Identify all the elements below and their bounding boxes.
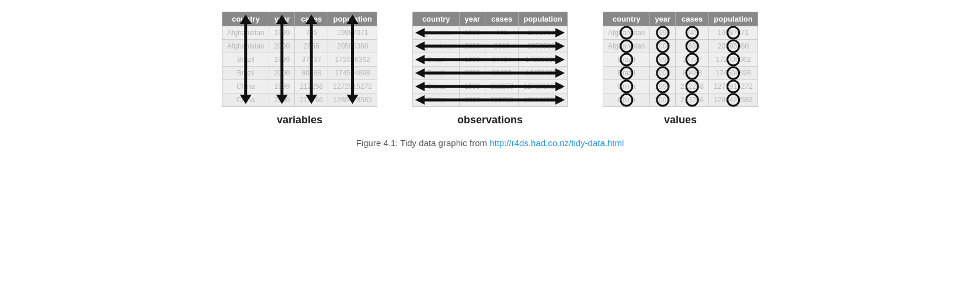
table-cell: 1999	[460, 80, 485, 93]
table-row: Afghanistan199974519987071	[223, 26, 377, 40]
table-cell: 745	[676, 26, 709, 40]
table-cell: 37737	[295, 53, 328, 67]
table-cell: 2666	[485, 40, 519, 53]
col-header-year: year	[269, 12, 295, 26]
table-cell: 1999	[650, 26, 676, 40]
table-cell: 172006362	[519, 53, 568, 67]
table-cell: 2000	[269, 40, 295, 53]
observations-wrapper: country year cases population Afghanista…	[412, 12, 568, 107]
table-cell: China	[413, 93, 460, 107]
table-cell: 212258	[485, 80, 519, 93]
table-cell: China	[603, 93, 649, 107]
table-row: Afghanistan199974519987071	[413, 26, 568, 40]
variables-label: variables	[277, 114, 322, 126]
main-content: country year cases population Afghanista…	[12, 12, 968, 126]
col-header-population3: population	[709, 12, 758, 26]
table-cell: 1272915272	[709, 80, 758, 93]
values-diagram: country year cases population Afghanista…	[603, 12, 758, 126]
table-cell: 2666	[295, 40, 328, 53]
table-cell: 172006362	[328, 53, 377, 67]
table-cell: 2000	[460, 93, 485, 107]
table-cell: 1280428583	[709, 93, 758, 107]
table-cell: Brazil	[603, 53, 649, 67]
col-header-country2: country	[413, 12, 460, 26]
table-cell: Afghanistan	[413, 40, 460, 53]
table-cell: Afghanistan	[413, 26, 460, 40]
table-cell: Brazil	[413, 53, 460, 67]
variables-wrapper: country year cases population Afghanista…	[222, 12, 377, 107]
table-cell: Brazil	[413, 67, 460, 80]
table-cell: Afghanistan	[223, 40, 269, 53]
table-cell: 1999	[460, 26, 485, 40]
table-cell: 80488	[485, 67, 519, 80]
table-cell: 745	[295, 26, 328, 40]
table-cell: 1272915272	[328, 80, 377, 93]
table-cell: 2000	[650, 40, 676, 53]
table-cell: 2000	[460, 40, 485, 53]
table-row: Afghanistan2000266620595360	[223, 40, 377, 53]
values-wrapper: country year cases population Afghanista…	[603, 12, 758, 107]
table-cell: 1272915272	[519, 80, 568, 93]
col-header-year3: year	[650, 12, 676, 26]
table-cell: 213766	[295, 93, 328, 107]
table-row: Brazil199937737172006362	[413, 53, 568, 67]
col-header-country: country	[223, 12, 269, 26]
table-row: Afghanistan2000266620595360	[603, 40, 757, 53]
table-row: Brazil200080488174504898	[603, 67, 757, 80]
table-cell: Afghanistan	[603, 40, 649, 53]
table-cell: 1999	[269, 80, 295, 93]
variables-table: country year cases population Afghanista…	[222, 12, 377, 107]
table-cell: 2000	[650, 67, 676, 80]
table-cell: 1999	[650, 80, 676, 93]
col-header-cases: cases	[295, 12, 328, 26]
table-cell: China	[223, 80, 269, 93]
col-header-cases2: cases	[485, 12, 519, 26]
table-cell: 2000	[650, 93, 676, 107]
table-cell: 213766	[485, 93, 519, 107]
table-row: Afghanistan199974519987071	[603, 26, 757, 40]
table-cell: 212258	[295, 80, 328, 93]
table-cell: 20595360	[328, 40, 377, 53]
table-cell: 37737	[676, 53, 709, 67]
table-row: China20002137661280428583	[223, 93, 377, 107]
table-cell: 212258	[676, 80, 709, 93]
caption-link[interactable]: http://r4ds.had.co.nz/tidy-data.html	[489, 138, 624, 148]
table-row: Brazil199937737172006362	[223, 53, 377, 67]
table-cell: 1280428583	[519, 93, 568, 107]
table-row: China20002137661280428583	[413, 93, 568, 107]
table-cell: 2000	[269, 67, 295, 80]
table-cell: 1280428583	[328, 93, 377, 107]
table-cell: Brazil	[603, 67, 649, 80]
table-cell: 20595360	[519, 40, 568, 53]
observations-table: country year cases population Afghanista…	[412, 12, 568, 107]
table-cell: 19987071	[328, 26, 377, 40]
values-table: country year cases population Afghanista…	[603, 12, 758, 107]
values-label: values	[664, 114, 697, 126]
col-header-population: population	[328, 12, 377, 26]
table-cell: 745	[485, 26, 519, 40]
table-cell: China	[603, 80, 649, 93]
table-cell: 1999	[269, 53, 295, 67]
table-cell: 1999	[650, 53, 676, 67]
col-header-year2: year	[460, 12, 485, 26]
table-cell: 2000	[269, 93, 295, 107]
table-row: Brazil199937737172006362	[603, 53, 757, 67]
table-cell: 174504898	[709, 67, 758, 80]
table-cell: Afghanistan	[603, 26, 649, 40]
table-row: China19992122581272915272	[413, 80, 568, 93]
caption-text: Figure 4.1: Tidy data graphic from	[356, 138, 489, 148]
table-cell: Brazil	[223, 67, 269, 80]
col-header-cases3: cases	[676, 12, 709, 26]
table-cell: 20595360	[709, 40, 758, 53]
figure-caption: Figure 4.1: Tidy data graphic from http:…	[356, 138, 624, 148]
variables-diagram: country year cases population Afghanista…	[222, 12, 377, 126]
table-cell: Afghanistan	[223, 26, 269, 40]
table-cell: 80488	[676, 67, 709, 80]
table-cell: 172006362	[709, 53, 758, 67]
col-header-country3: country	[603, 12, 649, 26]
table-cell: 1999	[460, 53, 485, 67]
observations-label: observations	[457, 114, 523, 126]
table-cell: China	[413, 80, 460, 93]
table-cell: 37737	[485, 53, 519, 67]
table-cell: 174504898	[519, 67, 568, 80]
